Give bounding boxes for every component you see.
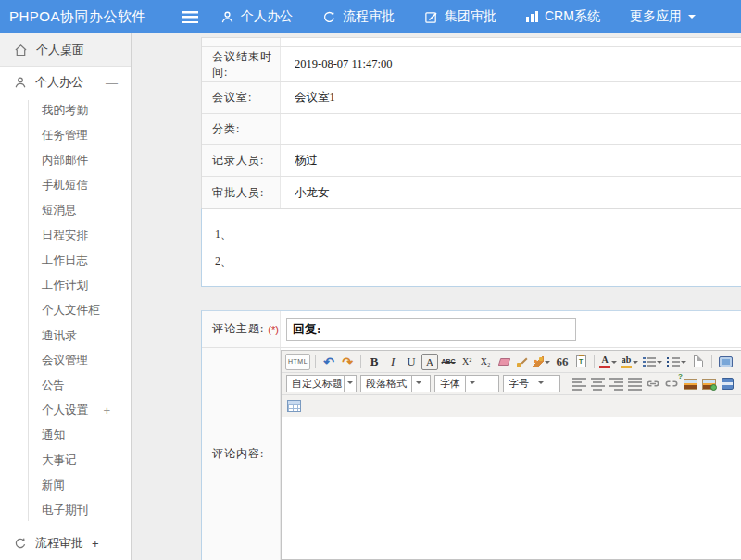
sidebar-item-label: 日程安排 — [42, 228, 88, 243]
clean-icon[interactable] — [514, 354, 531, 370]
sidebar-item-label: 通知 — [42, 428, 65, 443]
sidebar-item-work-log[interactable]: 工作日志 — [0, 248, 131, 273]
align-justify-icon[interactable] — [626, 376, 643, 392]
sidebar-group-personal-office[interactable]: 个人办公 — — [0, 67, 131, 98]
sidebar-item-attendance[interactable]: 我的考勤 — [0, 98, 131, 123]
font-size-select[interactable]: 字号 — [503, 375, 560, 392]
sidebar-item-label: 会议管理 — [42, 353, 88, 368]
strikethrough-button[interactable]: ABC — [440, 354, 457, 370]
nav-crm[interactable]: CRM系统 — [526, 8, 600, 25]
field-value: 杨过 — [281, 145, 741, 176]
table-row-partial — [202, 38, 741, 47]
sidebar-item-tasks[interactable]: 任务管理 — [0, 123, 131, 148]
align-left-icon[interactable] — [571, 376, 587, 392]
nav-more-apps[interactable]: 更多应用 — [630, 8, 696, 25]
sidebar-item-short-message[interactable]: 短消息 — [0, 198, 131, 223]
rich-text-editor: HTML ↶ ↷ B I U A ABC X² — [281, 350, 741, 560]
sidebar-item-meeting-management[interactable]: 会议管理 — [0, 348, 131, 373]
sidebar-group-label: 流程审批 — [35, 535, 83, 552]
italic-button[interactable]: I — [384, 354, 401, 370]
sidebar-item-label: 新闻 — [42, 478, 65, 493]
caret-down-icon — [688, 15, 696, 22]
bar-chart-icon — [526, 11, 538, 22]
highlight-button[interactable]: ab — [621, 354, 640, 370]
toolbar-separator — [360, 355, 361, 368]
unordered-list-icon[interactable] — [666, 354, 688, 370]
nav-personal-office[interactable]: 个人办公 — [220, 8, 293, 25]
undo-icon[interactable]: ↶ — [320, 354, 337, 370]
underline-button[interactable]: U — [403, 354, 420, 370]
sidebar-item-e-journal[interactable]: 电子期刊 — [0, 498, 131, 523]
sidebar-item-contacts[interactable]: 通讯录 — [0, 323, 131, 348]
collapse-icon[interactable]: — — [106, 76, 118, 90]
unlink-icon[interactable]: ? — [663, 376, 680, 392]
align-right-icon[interactable] — [608, 376, 624, 392]
field-value — [281, 114, 741, 144]
paragraph-format-select[interactable]: 段落格式 — [360, 375, 431, 392]
sidebar-item-label: 个人桌面 — [36, 42, 84, 58]
sidebar-item-internal-mail[interactable]: 内部邮件 — [0, 148, 131, 173]
home-icon — [14, 44, 28, 56]
sidebar-item-desktop[interactable]: 个人桌面 — [0, 33, 131, 67]
sidebar-item-news[interactable]: 新闻 — [0, 473, 131, 498]
link-icon[interactable] — [645, 376, 661, 392]
blockquote-button[interactable]: 66 — [554, 354, 571, 370]
table-row-recorder: 记录人员: 杨过 — [202, 145, 741, 177]
sidebar-item-schedule[interactable]: 日程安排 — [0, 223, 131, 248]
sidebar-item-file-cabinet[interactable]: 个人文件柜 — [0, 298, 131, 323]
table-icon[interactable] — [285, 398, 302, 415]
expand-icon[interactable]: + — [92, 537, 99, 551]
sidebar-group-label: 个人办公 — [35, 74, 83, 91]
subscript-button[interactable]: X₂ — [477, 354, 494, 370]
font-family-select[interactable]: 字体 — [434, 375, 499, 392]
sidebar-item-notice[interactable]: 通知 — [0, 423, 131, 448]
align-center-icon[interactable] — [589, 376, 606, 392]
indent-guide — [28, 100, 29, 521]
field-label: 会议结束时间: — [202, 47, 281, 81]
topbar: PHPOA协同办公软件 个人办公 流程审批 集团审批 — [0, 0, 741, 33]
nav-label: 个人办公 — [241, 8, 293, 25]
sidebar-item-work-plan[interactable]: 工作计划 — [0, 273, 131, 298]
user-icon — [14, 76, 27, 89]
fullscreen-icon[interactable] — [717, 354, 734, 370]
superscript-button[interactable]: X² — [458, 354, 475, 370]
sidebar-item-sms[interactable]: 手机短信 — [0, 173, 131, 198]
process-icon — [14, 537, 27, 550]
app-window: PHPOA协同办公软件 个人办公 流程审批 集团审批 — [0, 0, 741, 560]
remove-format-button[interactable]: A — [421, 354, 438, 370]
expand-icon[interactable]: + — [103, 404, 110, 417]
hamburger-icon[interactable] — [182, 11, 198, 23]
sidebar-item-personal-settings[interactable]: 个人设置+ — [0, 398, 131, 423]
sidebar-item-announcement[interactable]: 公告 — [0, 373, 131, 398]
image-upload-icon[interactable] — [700, 376, 717, 392]
comment-subject-input[interactable] — [286, 318, 576, 341]
new-page-icon[interactable] — [690, 354, 707, 370]
format-brush-icon[interactable] — [533, 354, 552, 370]
content-area: 会议结束时间: 2019-08-07 11:47:00 会议室: 会议室1 分类… — [132, 33, 741, 560]
sidebar-item-label: 我的考勤 — [42, 103, 88, 118]
eraser-icon[interactable] — [496, 354, 512, 370]
field-label: 评论内容: — [212, 446, 264, 462]
app-logo[interactable]: PHPOA协同办公软件 — [0, 8, 169, 26]
editor-toolbar-row-2: 自定义标题 段落格式 字体 字号 — [282, 373, 741, 395]
sidebar-group-workflow-approval[interactable]: 流程审批 + — [0, 529, 131, 558]
sidebar-item-events[interactable]: 大事记 — [0, 448, 131, 473]
redo-icon[interactable]: ↷ — [339, 354, 356, 370]
image-icon[interactable] — [682, 376, 698, 392]
ordered-list-icon[interactable] — [642, 354, 664, 370]
paste-icon[interactable]: T — [572, 354, 589, 370]
editor-toolbar-row-3 — [282, 395, 741, 417]
nav-workflow-approval[interactable]: 流程审批 — [322, 8, 395, 25]
caret-down-icon — [347, 381, 353, 387]
sidebar: 个人桌面 个人办公 — 我的考勤 任务管理 内部邮件 手机短信 短消息 日程安排… — [0, 33, 132, 560]
field-label: 分类: — [202, 114, 281, 144]
nav-group-approval[interactable]: 集团审批 — [424, 8, 496, 25]
source-code-button[interactable]: HTML — [285, 354, 310, 370]
editor-content[interactable] — [282, 417, 741, 559]
media-icon[interactable] — [719, 376, 735, 392]
sidebar-item-label: 个人文件柜 — [42, 303, 100, 318]
bold-button[interactable]: B — [366, 354, 383, 370]
heading-select[interactable]: 自定义标题 — [286, 375, 357, 392]
toolbar-separator — [711, 355, 712, 368]
font-color-button[interactable]: A — [599, 354, 619, 370]
